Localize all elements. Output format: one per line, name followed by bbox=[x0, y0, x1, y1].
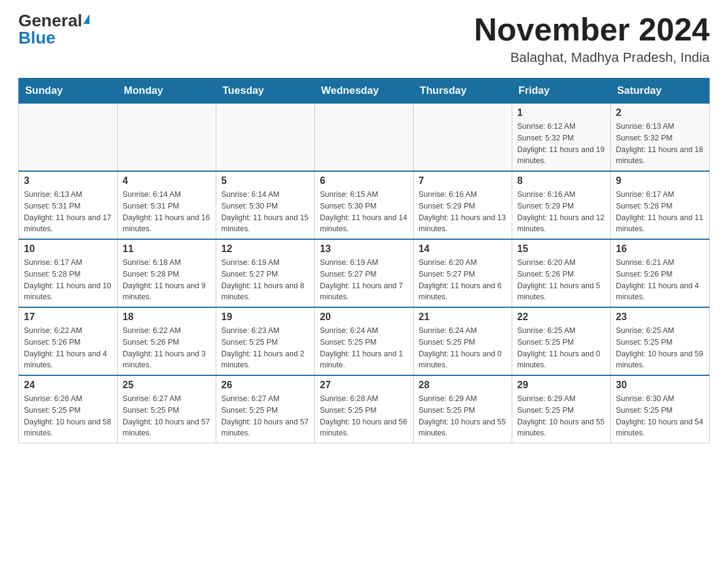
day-number: 4 bbox=[123, 175, 211, 186]
day-info: Sunrise: 6:20 AM Sunset: 5:27 PM Dayligh… bbox=[419, 257, 507, 303]
calendar-cell: 20Sunrise: 6:24 AM Sunset: 5:25 PM Dayli… bbox=[315, 307, 414, 375]
day-info: Sunrise: 6:24 AM Sunset: 5:25 PM Dayligh… bbox=[320, 325, 408, 371]
day-info: Sunrise: 6:17 AM Sunset: 5:28 PM Dayligh… bbox=[616, 189, 704, 235]
day-info: Sunrise: 6:16 AM Sunset: 5:29 PM Dayligh… bbox=[419, 189, 507, 235]
day-number: 8 bbox=[517, 175, 605, 186]
calendar-cell bbox=[414, 104, 512, 172]
calendar-cell: 13Sunrise: 6:19 AM Sunset: 5:27 PM Dayli… bbox=[315, 239, 414, 307]
calendar-header-row: SundayMondayTuesdayWednesdayThursdayFrid… bbox=[19, 79, 710, 104]
day-info: Sunrise: 6:23 AM Sunset: 5:25 PM Dayligh… bbox=[221, 325, 309, 371]
day-info: Sunrise: 6:30 AM Sunset: 5:25 PM Dayligh… bbox=[616, 393, 704, 439]
day-number: 23 bbox=[616, 312, 704, 323]
calendar-cell bbox=[118, 104, 216, 172]
logo-triangle-icon bbox=[83, 14, 89, 24]
calendar-cell: 27Sunrise: 6:28 AM Sunset: 5:25 PM Dayli… bbox=[315, 375, 414, 443]
day-number: 21 bbox=[419, 312, 507, 323]
calendar-cell: 9Sunrise: 6:17 AM Sunset: 5:28 PM Daylig… bbox=[611, 171, 710, 239]
day-info: Sunrise: 6:19 AM Sunset: 5:27 PM Dayligh… bbox=[320, 257, 408, 303]
calendar-header-sunday: Sunday bbox=[19, 79, 118, 104]
calendar-cell: 11Sunrise: 6:18 AM Sunset: 5:28 PM Dayli… bbox=[118, 239, 216, 307]
calendar-cell: 14Sunrise: 6:20 AM Sunset: 5:27 PM Dayli… bbox=[414, 239, 512, 307]
location-title: Balaghat, Madhya Pradesh, India bbox=[474, 50, 710, 66]
calendar-cell: 30Sunrise: 6:30 AM Sunset: 5:25 PM Dayli… bbox=[611, 375, 710, 443]
day-info: Sunrise: 6:15 AM Sunset: 5:30 PM Dayligh… bbox=[320, 189, 408, 235]
calendar-cell: 4Sunrise: 6:14 AM Sunset: 5:31 PM Daylig… bbox=[118, 171, 216, 239]
calendar-cell: 23Sunrise: 6:25 AM Sunset: 5:25 PM Dayli… bbox=[611, 307, 710, 375]
calendar-cell: 25Sunrise: 6:27 AM Sunset: 5:25 PM Dayli… bbox=[118, 375, 216, 443]
calendar-cell: 22Sunrise: 6:25 AM Sunset: 5:25 PM Dayli… bbox=[512, 307, 611, 375]
day-info: Sunrise: 6:25 AM Sunset: 5:25 PM Dayligh… bbox=[517, 325, 605, 371]
day-number: 28 bbox=[419, 380, 507, 391]
day-number: 2 bbox=[616, 107, 704, 118]
calendar-cell bbox=[216, 104, 315, 172]
page-header: General Blue November 2024 Balaghat, Mad… bbox=[18, 12, 710, 66]
day-info: Sunrise: 6:27 AM Sunset: 5:25 PM Dayligh… bbox=[123, 393, 211, 439]
calendar-week-row: 3Sunrise: 6:13 AM Sunset: 5:31 PM Daylig… bbox=[19, 171, 710, 239]
day-number: 12 bbox=[221, 243, 309, 255]
day-info: Sunrise: 6:29 AM Sunset: 5:25 PM Dayligh… bbox=[517, 393, 605, 439]
calendar-cell: 16Sunrise: 6:21 AM Sunset: 5:26 PM Dayli… bbox=[611, 239, 710, 307]
day-info: Sunrise: 6:14 AM Sunset: 5:31 PM Dayligh… bbox=[123, 189, 211, 235]
day-number: 6 bbox=[320, 175, 408, 186]
calendar-cell: 2Sunrise: 6:13 AM Sunset: 5:32 PM Daylig… bbox=[611, 104, 710, 172]
calendar-cell: 18Sunrise: 6:22 AM Sunset: 5:26 PM Dayli… bbox=[118, 307, 216, 375]
calendar-cell: 12Sunrise: 6:19 AM Sunset: 5:27 PM Dayli… bbox=[216, 239, 315, 307]
day-number: 7 bbox=[419, 175, 507, 186]
day-number: 22 bbox=[517, 312, 605, 323]
day-number: 26 bbox=[221, 380, 309, 391]
calendar-cell: 3Sunrise: 6:13 AM Sunset: 5:31 PM Daylig… bbox=[19, 171, 118, 239]
calendar-cell: 24Sunrise: 6:26 AM Sunset: 5:25 PM Dayli… bbox=[19, 375, 118, 443]
calendar-cell bbox=[19, 104, 118, 172]
day-info: Sunrise: 6:18 AM Sunset: 5:28 PM Dayligh… bbox=[123, 257, 211, 303]
day-number: 24 bbox=[24, 380, 112, 391]
day-number: 30 bbox=[616, 380, 704, 391]
calendar-table: SundayMondayTuesdayWednesdayThursdayFrid… bbox=[18, 78, 710, 443]
day-info: Sunrise: 6:27 AM Sunset: 5:25 PM Dayligh… bbox=[221, 393, 309, 439]
logo: General Blue bbox=[18, 12, 89, 47]
day-number: 1 bbox=[517, 107, 605, 118]
calendar-header-friday: Friday bbox=[512, 79, 611, 104]
day-number: 29 bbox=[517, 380, 605, 391]
day-number: 20 bbox=[320, 312, 408, 323]
calendar-cell: 7Sunrise: 6:16 AM Sunset: 5:29 PM Daylig… bbox=[414, 171, 512, 239]
day-info: Sunrise: 6:13 AM Sunset: 5:31 PM Dayligh… bbox=[24, 189, 112, 235]
day-number: 18 bbox=[123, 312, 211, 323]
day-info: Sunrise: 6:16 AM Sunset: 5:29 PM Dayligh… bbox=[517, 189, 605, 235]
day-number: 9 bbox=[616, 175, 704, 186]
day-number: 13 bbox=[320, 243, 408, 255]
calendar-header-monday: Monday bbox=[118, 79, 216, 104]
month-title: November 2024 bbox=[474, 12, 710, 47]
day-number: 19 bbox=[221, 312, 309, 323]
calendar-week-row: 1Sunrise: 6:12 AM Sunset: 5:32 PM Daylig… bbox=[19, 104, 710, 172]
calendar-header-thursday: Thursday bbox=[414, 79, 512, 104]
day-number: 10 bbox=[24, 243, 112, 255]
day-number: 25 bbox=[123, 380, 211, 391]
day-info: Sunrise: 6:24 AM Sunset: 5:25 PM Dayligh… bbox=[419, 325, 507, 371]
day-info: Sunrise: 6:21 AM Sunset: 5:26 PM Dayligh… bbox=[616, 257, 704, 303]
day-number: 5 bbox=[221, 175, 309, 186]
day-number: 27 bbox=[320, 380, 408, 391]
day-number: 14 bbox=[419, 243, 507, 255]
calendar-header-wednesday: Wednesday bbox=[315, 79, 414, 104]
calendar-cell: 26Sunrise: 6:27 AM Sunset: 5:25 PM Dayli… bbox=[216, 375, 315, 443]
calendar-header-saturday: Saturday bbox=[611, 79, 710, 104]
calendar-week-row: 24Sunrise: 6:26 AM Sunset: 5:25 PM Dayli… bbox=[19, 375, 710, 443]
day-info: Sunrise: 6:22 AM Sunset: 5:26 PM Dayligh… bbox=[123, 325, 211, 371]
calendar-week-row: 17Sunrise: 6:22 AM Sunset: 5:26 PM Dayli… bbox=[19, 307, 710, 375]
calendar-cell: 29Sunrise: 6:29 AM Sunset: 5:25 PM Dayli… bbox=[512, 375, 611, 443]
day-number: 15 bbox=[517, 243, 605, 255]
calendar-cell: 6Sunrise: 6:15 AM Sunset: 5:30 PM Daylig… bbox=[315, 171, 414, 239]
day-number: 17 bbox=[24, 312, 112, 323]
calendar-cell: 5Sunrise: 6:14 AM Sunset: 5:30 PM Daylig… bbox=[216, 171, 315, 239]
day-info: Sunrise: 6:29 AM Sunset: 5:25 PM Dayligh… bbox=[419, 393, 507, 439]
day-number: 16 bbox=[616, 243, 704, 255]
day-info: Sunrise: 6:20 AM Sunset: 5:26 PM Dayligh… bbox=[517, 257, 605, 303]
calendar-cell: 28Sunrise: 6:29 AM Sunset: 5:25 PM Dayli… bbox=[414, 375, 512, 443]
day-info: Sunrise: 6:17 AM Sunset: 5:28 PM Dayligh… bbox=[24, 257, 112, 303]
calendar-cell: 19Sunrise: 6:23 AM Sunset: 5:25 PM Dayli… bbox=[216, 307, 315, 375]
calendar-cell: 10Sunrise: 6:17 AM Sunset: 5:28 PM Dayli… bbox=[19, 239, 118, 307]
day-info: Sunrise: 6:12 AM Sunset: 5:32 PM Dayligh… bbox=[517, 121, 605, 167]
calendar-cell: 1Sunrise: 6:12 AM Sunset: 5:32 PM Daylig… bbox=[512, 104, 611, 172]
day-number: 11 bbox=[123, 243, 211, 255]
day-info: Sunrise: 6:26 AM Sunset: 5:25 PM Dayligh… bbox=[24, 393, 112, 439]
